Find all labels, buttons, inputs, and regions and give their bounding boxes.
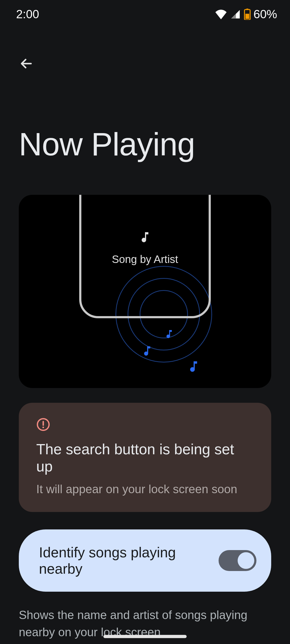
back-button[interactable] <box>13 50 40 77</box>
hero-illustration: Song by Artist <box>19 195 271 388</box>
svg-point-5 <box>42 427 44 428</box>
identify-songs-label: Identify songs playing nearby <box>39 544 219 577</box>
status-right: 60% <box>215 8 277 21</box>
music-note-icon <box>164 328 175 342</box>
alert-circle-icon <box>36 418 254 433</box>
setup-warning-card: The search button is being set up It wil… <box>19 403 271 512</box>
page-title: Now Playing <box>0 77 290 163</box>
arrow-left-icon <box>18 56 34 72</box>
svg-rect-2 <box>245 14 249 19</box>
svg-rect-1 <box>246 9 248 10</box>
identify-songs-toggle-row[interactable]: Identify songs playing nearby <box>19 529 271 592</box>
hero-song-label: Song by Artist <box>112 253 178 265</box>
battery-icon <box>244 9 251 20</box>
battery-percent: 60% <box>253 8 277 21</box>
identify-songs-switch[interactable] <box>219 550 256 571</box>
switch-thumb <box>238 552 254 569</box>
music-note-icon <box>138 229 152 245</box>
cell-signal-icon <box>230 9 241 19</box>
music-note-icon <box>141 344 153 359</box>
phone-outline: Song by Artist <box>79 195 211 318</box>
warning-title: The search button is being set up <box>36 441 254 475</box>
status-bar: 2:00 60% <box>0 0 290 24</box>
wifi-icon <box>215 9 227 19</box>
music-note-icon <box>187 358 201 376</box>
status-time: 2:00 <box>16 8 39 21</box>
warning-subtitle: It will appear on your lock screen soon <box>36 482 254 496</box>
navigation-handle[interactable] <box>103 635 187 638</box>
